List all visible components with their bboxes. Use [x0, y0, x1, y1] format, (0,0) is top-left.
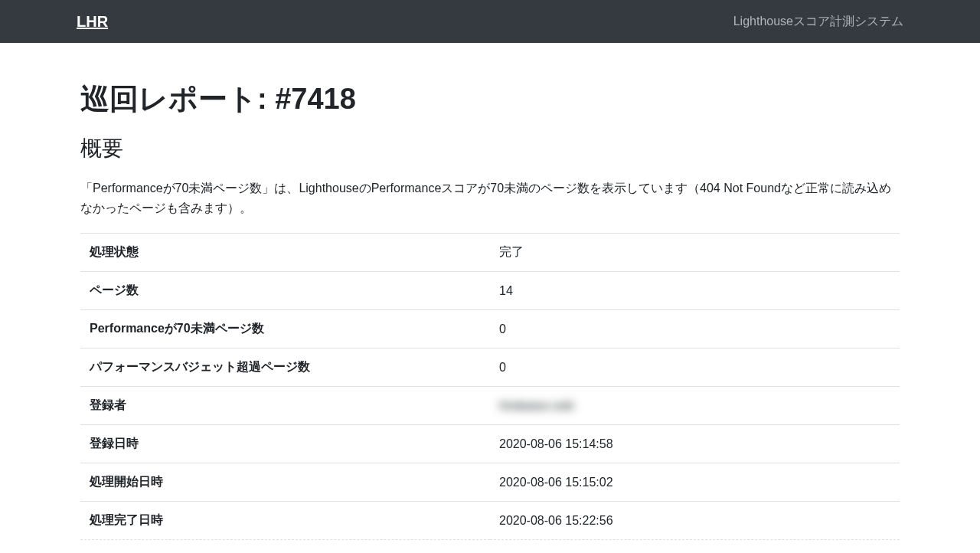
summary-table: 処理状態完了ページ数14Performanceが70未満ページ数0パフォーマンス… — [80, 233, 900, 540]
row-label: 登録日時 — [80, 425, 490, 463]
row-value: 0 — [490, 310, 900, 348]
row-value: 2020-08-06 15:14:58 — [490, 425, 900, 463]
navbar-subtitle: Lighthouseスコア計測システム — [733, 14, 903, 30]
navbar-brand[interactable]: LHR — [77, 13, 108, 31]
row-label: 登録者 — [80, 387, 490, 425]
table-row: 処理状態完了 — [80, 234, 900, 272]
navbar: LHR Lighthouseスコア計測システム — [0, 0, 980, 43]
table-row: パフォーマンスバジェット超過ページ数0 — [80, 348, 900, 387]
table-row: 登録日時2020-08-06 15:14:58 — [80, 425, 900, 463]
row-label: 処理開始日時 — [80, 463, 490, 502]
row-value: 2020-08-06 15:15:02 — [490, 463, 900, 502]
table-row: 登録者hirakawa ooki — [80, 387, 900, 425]
table-row: 処理開始日時2020-08-06 15:15:02 — [80, 463, 900, 502]
row-label: Performanceが70未満ページ数 — [80, 310, 490, 348]
table-row: ページ数14 — [80, 272, 900, 310]
main-container: 巡回レポート: #7418 概要 「Performanceが70未満ページ数」は… — [69, 80, 911, 540]
row-value: 14 — [490, 272, 900, 310]
table-row: Performanceが70未満ページ数0 — [80, 310, 900, 348]
row-label: 処理完了日時 — [80, 502, 490, 540]
row-label: ページ数 — [80, 272, 490, 310]
row-value: 0 — [490, 348, 900, 387]
row-value: 2020-08-06 15:22:56 — [490, 502, 900, 540]
section-description: 「Performanceが70未満ページ数」は、LighthouseのPerfo… — [80, 178, 900, 218]
row-label: 処理状態 — [80, 234, 490, 272]
row-value: 完了 — [490, 234, 900, 272]
row-value: hirakawa ooki — [490, 387, 900, 425]
section-title: 概要 — [80, 134, 900, 163]
table-row: 処理完了日時2020-08-06 15:22:56 — [80, 502, 900, 540]
page-title: 巡回レポート: #7418 — [80, 80, 900, 119]
row-label: パフォーマンスバジェット超過ページ数 — [80, 348, 490, 387]
